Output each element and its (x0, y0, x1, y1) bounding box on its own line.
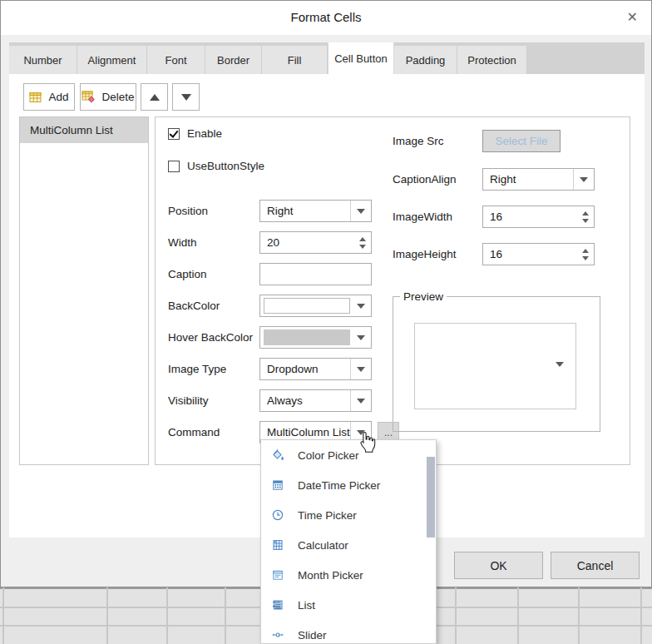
dropdown-item-label: Calculator (298, 539, 348, 552)
image-width-spinner[interactable] (482, 206, 595, 228)
add-button[interactable]: Add (23, 83, 75, 111)
tab-cell-button[interactable]: Cell Button (328, 42, 394, 74)
time-picker-icon (271, 508, 284, 522)
move-up-button[interactable] (141, 83, 168, 111)
image-height-input[interactable] (483, 248, 577, 260)
grid-line (640, 587, 642, 644)
width-label: Width (168, 231, 197, 254)
delete-button-label: Delete (101, 91, 134, 103)
visibility-combobox[interactable]: Always (259, 389, 372, 412)
preview-groupbox: Preview (393, 290, 600, 432)
caption-input[interactable] (260, 264, 371, 285)
dropdown-item-label: Time Picker (298, 509, 357, 522)
position-label: Position (168, 200, 208, 222)
image-type-label: Image Type (168, 358, 226, 380)
list-item-multicolumn-list[interactable]: MultiColumn List (20, 117, 148, 143)
color-picker-icon (271, 448, 284, 462)
cell-button-listbox: MultiColumn List (19, 116, 149, 465)
command-dropdown-popup: Color Picker DateTime Picker Time Picker… (260, 439, 437, 644)
ok-button[interactable]: OK (454, 552, 543, 579)
list-icon (271, 598, 284, 612)
dialog-title: Format Cells (1, 10, 651, 24)
tab-strip: Number Alignment Font Border Fill Cell B… (9, 42, 645, 74)
hand-cursor (357, 431, 376, 458)
chevron-down-icon[interactable] (350, 295, 371, 316)
spin-up-icon[interactable] (359, 237, 366, 241)
chevron-down-icon[interactable] (350, 390, 371, 411)
dropdown-item-slider[interactable]: Slider (261, 620, 436, 644)
spin-down-icon[interactable] (582, 256, 589, 260)
calculator-icon (271, 538, 284, 552)
title-bar: Format Cells ✕ (1, 1, 651, 35)
tab-alignment[interactable]: Alignment (77, 46, 147, 74)
dropdown-item-datetime-picker[interactable]: DateTime Picker (261, 470, 436, 500)
preview-dropdown-arrow-icon (556, 362, 564, 367)
dropdown-scrollbar-thumb[interactable] (427, 457, 435, 537)
chevron-down-icon[interactable] (350, 327, 371, 348)
spin-down-icon[interactable] (359, 245, 366, 249)
grid-line (166, 587, 168, 644)
usebuttonstyle-label: UseButtonStyle (187, 160, 264, 172)
slider-icon (271, 628, 284, 642)
caption-align-value: Right (483, 173, 573, 186)
spin-down-icon[interactable] (582, 219, 589, 223)
width-spinner[interactable] (259, 231, 372, 254)
dropdown-item-time-picker[interactable]: Time Picker (261, 500, 436, 530)
move-down-button[interactable] (172, 83, 200, 111)
caption-textbox[interactable] (259, 263, 372, 285)
image-type-value: Dropdown (260, 363, 350, 375)
chevron-down-icon[interactable] (350, 201, 371, 221)
dropdown-item-month-picker[interactable]: Month Picker (261, 560, 436, 590)
delete-table-icon (82, 91, 95, 103)
tab-fill[interactable]: Fill (262, 46, 328, 74)
image-height-spinner[interactable] (482, 243, 595, 265)
preview-cell (414, 323, 576, 409)
hover-backcolor-picker[interactable] (259, 326, 372, 349)
image-src-label: Image Src (393, 130, 444, 152)
backcolor-label: BackColor (168, 295, 220, 317)
visibility-label: Visibility (168, 389, 209, 412)
dropdown-item-label: Slider (298, 629, 327, 642)
up-arrow-icon (150, 94, 160, 101)
width-input[interactable] (260, 236, 354, 249)
enable-checkbox[interactable] (168, 128, 180, 140)
usebuttonstyle-checkbox[interactable] (168, 161, 180, 172)
tab-number[interactable]: Number (9, 46, 77, 74)
dropdown-item-label: Month Picker (298, 569, 363, 582)
chevron-down-icon[interactable] (350, 359, 371, 379)
caption-align-label: CaptionAlign (393, 168, 457, 191)
close-icon[interactable]: ✕ (627, 9, 638, 26)
delete-button[interactable]: Delete (80, 83, 136, 111)
image-width-label: ImageWidth (393, 206, 452, 228)
tab-padding[interactable]: Padding (394, 46, 457, 74)
tab-font[interactable]: Font (147, 46, 205, 74)
position-value: Right (260, 205, 350, 217)
cancel-button[interactable]: Cancel (551, 552, 640, 579)
caption-align-combobox[interactable]: Right (482, 168, 595, 191)
dropdown-item-color-picker[interactable]: Color Picker (261, 440, 436, 470)
select-file-button[interactable]: Select File (482, 130, 561, 152)
add-button-label: Add (48, 91, 68, 103)
command-value: MultiColumn List (260, 426, 350, 438)
hover-backcolor-swatch (264, 329, 350, 345)
grid-line (2, 587, 4, 644)
dropdown-item-calculator[interactable]: Calculator (261, 530, 436, 560)
spin-up-icon[interactable] (582, 249, 589, 253)
tab-border[interactable]: Border (205, 46, 262, 74)
command-label: Command (168, 421, 220, 443)
position-combobox[interactable]: Right (259, 200, 372, 222)
tab-protection[interactable]: Protection (457, 46, 527, 74)
enable-checkbox-row[interactable]: Enable (168, 127, 222, 140)
grid-line (106, 587, 108, 644)
image-height-label: ImageHeight (393, 243, 457, 265)
usebuttonstyle-checkbox-row[interactable]: UseButtonStyle (168, 160, 264, 172)
image-width-input[interactable] (483, 211, 577, 223)
spin-up-icon[interactable] (582, 211, 589, 215)
chevron-down-icon[interactable] (573, 169, 594, 190)
grid-line (578, 587, 580, 644)
dropdown-item-list[interactable]: List (261, 590, 436, 620)
backcolor-picker[interactable] (259, 295, 372, 317)
image-type-combobox[interactable]: Dropdown (259, 358, 372, 380)
dropdown-item-label: Color Picker (298, 449, 359, 462)
preview-legend: Preview (400, 290, 447, 303)
